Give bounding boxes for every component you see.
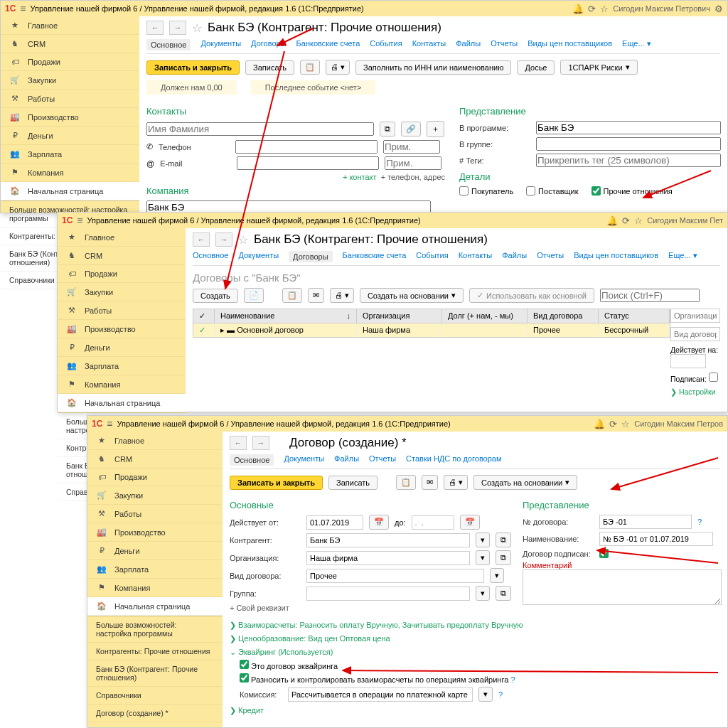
copy-button[interactable]: 📄 <box>244 288 264 303</box>
burger-icon[interactable]: ≡ <box>107 418 112 429</box>
valid-input[interactable] <box>670 354 706 368</box>
user-name[interactable]: Сигодин Максим Петров <box>634 419 723 428</box>
email-input[interactable] <box>237 156 379 170</box>
tab-docs[interactable]: Документы <box>200 39 241 50</box>
sidebar-item-sales[interactable]: 🏷Продажи <box>58 265 186 283</box>
sidebar-item-works[interactable]: ⚒Работы <box>1 90 139 108</box>
tab-reports[interactable]: Отчеты <box>491 39 518 50</box>
bell-icon[interactable]: 🔔 <box>572 4 584 14</box>
tab-reports[interactable]: Отчеты <box>369 454 396 466</box>
cb-buyer[interactable]: Покупатель <box>459 186 513 196</box>
sidebar-item-company[interactable]: ⚑Компания <box>87 579 223 597</box>
star-icon[interactable]: ☆ <box>621 419 630 429</box>
sidebar-item-works[interactable]: ⚒Работы <box>58 301 186 320</box>
back-button[interactable]: ← <box>230 436 247 450</box>
sidebar-item-purchases[interactable]: 🛒Закупки <box>87 486 223 505</box>
contact-name-input[interactable] <box>146 122 374 136</box>
dossier-button[interactable]: Досье <box>517 60 555 75</box>
tab-contacts[interactable]: Контакты <box>412 39 446 50</box>
exp-pricing[interactable]: ❯ Ценообразование: Вид цен Оптовая цена <box>230 634 720 643</box>
copy-button[interactable]: ⧉ <box>380 122 395 136</box>
tab-more[interactable]: Еще... ▾ <box>622 39 651 50</box>
star-icon[interactable]: ☆ <box>600 4 609 14</box>
sidebar-item-home[interactable]: 🏠Начальная страница <box>1 182 139 200</box>
favorite-icon[interactable]: ☆ <box>238 233 248 247</box>
sidebar-item-main[interactable]: ★Главное <box>87 432 223 450</box>
settings-icon[interactable]: ⚙ <box>714 4 723 14</box>
print-button[interactable]: 🖨 ▾ <box>330 288 354 303</box>
create-button[interactable]: Создать <box>193 289 238 303</box>
sidebar-item-home[interactable]: 🏠Начальная страница <box>58 394 186 412</box>
cb-supplier[interactable]: Поставщик <box>526 186 578 196</box>
nav-contract[interactable]: Договор (создание) * <box>87 705 223 722</box>
org-filter[interactable] <box>670 309 720 323</box>
create-based-button[interactable]: Создать на основании ▾ <box>473 475 577 490</box>
tab-files[interactable]: Файлы <box>456 39 481 50</box>
org-input[interactable] <box>306 551 470 565</box>
sidebar-item-production[interactable]: 🏭Производство <box>58 320 186 338</box>
group-input[interactable] <box>536 137 721 151</box>
fill-inn-button[interactable]: Заполнить по ИНН или наименованию <box>355 60 511 75</box>
tab-accounts[interactable]: Банковские счета <box>343 251 407 262</box>
sidebar-item-salary[interactable]: 👥Зарплата <box>1 145 139 164</box>
history-icon[interactable]: ⟳ <box>588 4 596 14</box>
col-status[interactable]: Статус <box>599 309 670 323</box>
sidebar-item-money[interactable]: ₽Деньги <box>1 127 139 145</box>
bell-icon[interactable]: 🔔 <box>606 215 618 226</box>
help-icon[interactable]: ? <box>697 518 702 526</box>
cb-acquiring[interactable]: Это договор эквайринга <box>240 662 338 670</box>
phone-note-input[interactable] <box>383 140 440 154</box>
phone-input[interactable] <box>235 140 378 154</box>
comment-input[interactable] <box>523 569 722 605</box>
forward-button[interactable]: → <box>169 21 186 35</box>
contract-no-input[interactable] <box>599 515 692 529</box>
signed-checkbox[interactable] <box>599 549 609 558</box>
sidebar-item-money[interactable]: ₽Деньги <box>58 338 186 357</box>
clipboard-button[interactable]: 📋 <box>282 288 302 303</box>
cb-spread[interactable]: Разносить и контролировать взаиморасчеты… <box>240 675 508 684</box>
sidebar-item-home[interactable]: 🏠Начальная страница <box>87 597 223 616</box>
exp-settlements[interactable]: ❯ Взаиморасчеты: Разносить оплату Вручну… <box>230 621 720 630</box>
burger-icon[interactable]: ≡ <box>77 215 82 226</box>
sidebar-item-crm[interactable]: ♞CRM <box>1 35 139 53</box>
exp-credit[interactable]: ❯ Кредит <box>230 706 720 715</box>
sidebar-item-purchases[interactable]: 🛒Закупки <box>1 71 139 90</box>
tab-contracts[interactable]: Договоры <box>251 39 286 50</box>
sidebar-item-production[interactable]: 🏭Производство <box>87 523 223 542</box>
mail-button[interactable]: ✉ <box>308 288 324 303</box>
counterparty-input[interactable] <box>306 533 470 547</box>
sidebar-item-salary[interactable]: 👥Зарплата <box>87 560 223 579</box>
cb-other[interactable]: Прочие отношения <box>592 186 673 196</box>
user-name[interactable]: Сигодин Максим Пет <box>647 216 723 225</box>
settings-link[interactable]: ❯ Настройки <box>670 387 715 396</box>
favorite-icon[interactable]: ☆ <box>192 21 202 35</box>
history-icon[interactable]: ⟳ <box>622 215 630 226</box>
add-phone-link[interactable]: + телефон, адрес <box>381 173 445 181</box>
bell-icon[interactable]: 🔔 <box>594 419 605 429</box>
type-filter[interactable] <box>670 327 720 341</box>
use-main-button[interactable]: ✓ Использовать как основной <box>469 288 594 303</box>
sidebar-item-money[interactable]: ₽Деньги <box>87 542 223 560</box>
clipboard-button[interactable]: 📋 <box>300 60 320 75</box>
group-input[interactable] <box>306 587 470 601</box>
tab-accounts[interactable]: Банковские счета <box>296 39 360 50</box>
help-icon[interactable]: ? <box>498 690 503 699</box>
tab-contacts[interactable]: Контакты <box>459 251 493 262</box>
back-button[interactable]: ← <box>193 232 210 247</box>
history-icon[interactable]: ⟳ <box>609 419 617 429</box>
tags-input[interactable] <box>536 154 721 167</box>
tab-prices[interactable]: Виды цен поставщиков <box>574 251 658 262</box>
nav-more[interactable]: Больше возможностей: настройка программы <box>87 616 223 643</box>
tab-reports[interactable]: Отчеты <box>537 251 564 262</box>
type-input[interactable] <box>306 569 484 583</box>
col-debt[interactable]: Долг (+ нам, - мы) <box>442 309 528 323</box>
save-close-button[interactable]: Записать и закрыть <box>146 60 240 75</box>
tab-contracts[interactable]: Договоры <box>289 251 332 262</box>
tab-docs[interactable]: Документы <box>284 454 324 466</box>
print-button[interactable]: 🖨 ▾ <box>326 60 350 75</box>
add-contact-link[interactable]: + контакт <box>343 173 377 181</box>
sidebar-item-salary[interactable]: 👥Зарплата <box>58 357 186 375</box>
help-icon[interactable]: ? <box>510 675 515 684</box>
tab-events[interactable]: События <box>370 39 402 50</box>
cal-icon[interactable]: 📅 <box>369 515 389 530</box>
